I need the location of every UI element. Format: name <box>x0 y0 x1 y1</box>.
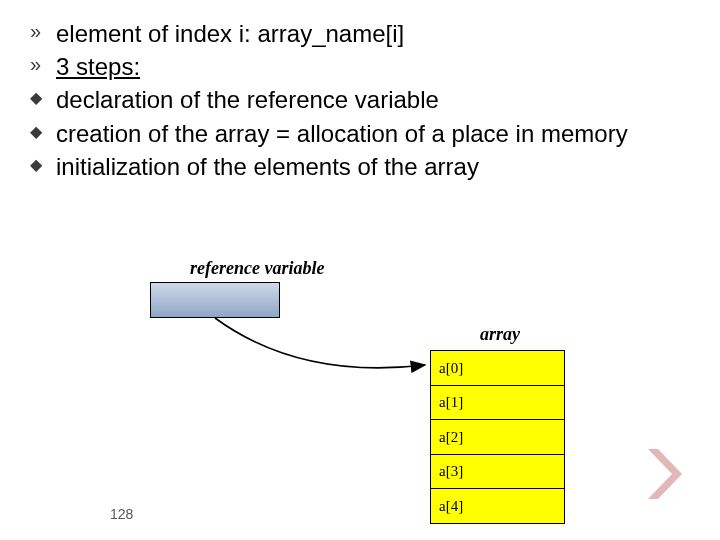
bullet-mark: » <box>30 51 56 77</box>
array-cell: a[3] <box>430 454 565 490</box>
array-label: array <box>480 324 520 345</box>
array-stack: a[0] a[1] a[2] a[3] a[4] <box>430 350 565 524</box>
slide: » element of index i: array_name[i] » 3 … <box>0 0 720 540</box>
reference-variable-box <box>150 282 280 318</box>
diamond-icon: ◆ <box>30 151 56 179</box>
page-number: 128 <box>110 506 133 522</box>
diamond-icon: ◆ <box>30 84 56 112</box>
array-cell: a[2] <box>430 419 565 455</box>
bullet-mark: » <box>30 18 56 44</box>
array-cell: a[1] <box>430 385 565 421</box>
array-cell: a[4] <box>430 488 565 524</box>
list-item-text: 3 steps: <box>56 51 140 82</box>
list-item-text: declaration of the reference variable <box>56 84 439 115</box>
list-item-text: creation of the array = allocation of a … <box>56 118 628 149</box>
list-item: » element of index i: array_name[i] <box>30 18 690 49</box>
list-item-text: element of index i: array_name[i] <box>56 18 404 49</box>
list-item: ◆ initialization of the elements of the … <box>30 151 690 182</box>
bullet-list: » element of index i: array_name[i] » 3 … <box>30 18 690 182</box>
reference-variable-label: reference variable <box>190 258 324 279</box>
array-cell: a[0] <box>430 350 565 386</box>
list-item: ◆ creation of the array = allocation of … <box>30 118 690 149</box>
list-item: » 3 steps: <box>30 51 690 82</box>
diamond-icon: ◆ <box>30 118 56 146</box>
list-item: ◆ declaration of the reference variable <box>30 84 690 115</box>
list-item-text: initialization of the elements of the ar… <box>56 151 479 182</box>
chevron-right-icon <box>642 445 692 503</box>
